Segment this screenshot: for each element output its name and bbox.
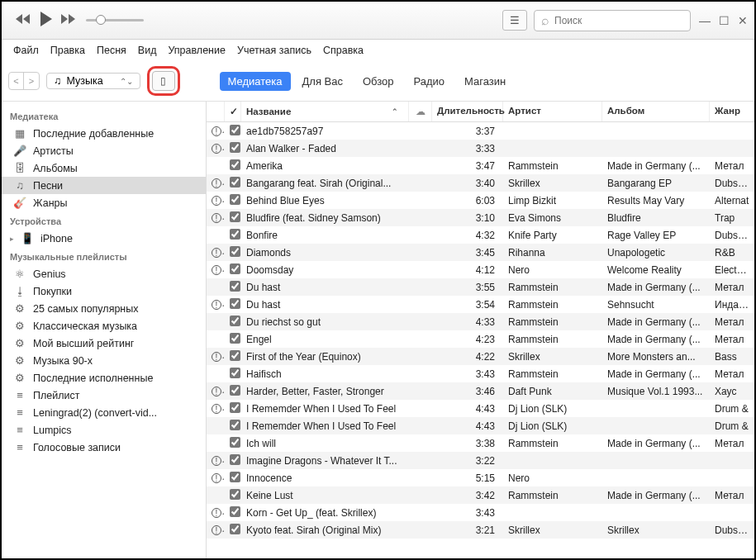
menu-вид[interactable]: Вид [133,43,162,58]
table-row[interactable]: !First of the Year (Equinox)4:22Skrillex… [207,348,754,365]
volume-slider[interactable] [86,19,144,21]
table-row[interactable]: !Diamonds3:45RihannaUnapologeticR&B [207,244,754,261]
tab-4[interactable]: Магазин [456,72,514,91]
sidebar-item[interactable]: ⚙Музыка 90-х [2,352,206,369]
row-checkbox[interactable] [225,368,241,381]
minimize-button[interactable]: — [699,14,711,27]
nav-forward-button[interactable]: > [24,73,39,89]
search-input[interactable] [554,15,683,26]
menu-файл[interactable]: Файл [8,43,44,58]
tab-1[interactable]: Для Вас [294,72,351,91]
row-checkbox[interactable] [225,246,241,259]
sidebar-item[interactable]: 🗄Альбомы [2,159,206,177]
sidebar-item[interactable]: ⚙Последние исполненные [2,369,206,387]
sidebar-item[interactable]: ≡Плейлист [2,387,206,404]
nav-back-button[interactable]: < [9,73,24,89]
table-row[interactable]: Du hast3:55RammsteinMade in Germany (...… [207,278,754,296]
table-row[interactable]: !ae1db758257a973:37 [207,122,754,140]
col-duration[interactable]: Длительность [432,102,503,121]
row-checkbox[interactable] [225,472,241,485]
sidebar-item[interactable]: ⚛Genius [2,265,206,282]
row-checkbox[interactable] [225,229,241,242]
table-row[interactable]: !Bludfire (feat. Sidney Samson)3:10Eva S… [207,209,754,226]
col-artist[interactable]: Артист [503,102,602,121]
table-row[interactable]: !Bangarang feat. Sirah (Original...3:40S… [207,174,754,192]
row-checkbox[interactable] [225,159,241,173]
table-row[interactable]: !Harder, Better, Faster, Stronger3:46Daf… [207,382,754,400]
col-cloud[interactable]: ☁ [409,102,432,121]
device-button[interactable]: ▯ [152,71,175,91]
table-row[interactable]: !Kyoto feat. Sirah (Original Mix)3:21Skr… [207,521,754,539]
sidebar-item[interactable]: ▸📱iPhone [2,230,206,247]
row-checkbox[interactable] [225,125,241,138]
row-checkbox[interactable] [225,402,241,415]
maximize-button[interactable]: ☐ [719,14,730,27]
table-row[interactable]: !Doomsday4:12NeroWelcome RealityElectron [207,261,754,278]
col-name[interactable]: Название ⌃ [241,102,409,121]
sidebar-item[interactable]: ⚙Мой высший рейтинг [2,335,206,352]
tab-0[interactable]: Медиатека [220,72,291,91]
table-row[interactable]: !Korn - Get Up_ (feat. Skrillex)3:43 [207,504,754,521]
sidebar-item[interactable]: ⚙25 самых популярных [2,300,206,317]
menu-правка[interactable]: Правка [45,43,90,58]
table-row[interactable]: !Behind Blue Eyes6:03Limp BizkitResults … [207,192,754,209]
col-genre[interactable]: Жанр [710,102,754,121]
table-row[interactable]: Keine Lust3:42RammsteinMade in Germany (… [207,486,754,504]
table-row[interactable]: I Rememder When I Used To Feel4:43Dj Lio… [207,417,754,434]
col-indicator[interactable] [207,102,225,121]
menu-управление[interactable]: Управление [163,43,231,58]
play-button[interactable] [36,10,55,31]
row-checkbox[interactable] [225,263,241,277]
menu-песня[interactable]: Песня [92,43,131,58]
tab-2[interactable]: Обзор [354,72,402,91]
row-checkbox[interactable] [225,298,241,311]
col-album[interactable]: Альбом [602,102,710,121]
library-selector[interactable]: ♫ Музыка ⌃⌄ [46,73,140,89]
row-checkbox[interactable] [225,454,241,467]
row-checkbox[interactable] [225,194,241,207]
row-checkbox[interactable] [225,142,241,155]
row-checkbox[interactable] [225,350,241,363]
menu-учетная запись[interactable]: Учетная запись [232,43,316,58]
up-next-button[interactable]: ☰ [502,10,527,31]
col-check[interactable]: ✓ [225,102,241,121]
table-row[interactable]: Du riechst so gut4:33RammsteinMade in Ge… [207,313,754,330]
row-checkbox[interactable] [225,420,241,433]
row-checkbox[interactable] [225,316,241,329]
row-checkbox[interactable] [225,281,241,294]
sidebar-item[interactable]: ≡Lumpics [2,421,206,439]
table-row[interactable]: !I Rememder When I Used To Feel4:43Dj Li… [207,400,754,417]
sidebar-item[interactable]: 🎤Артисты [2,142,206,159]
sidebar-item[interactable]: ♫Песни [2,177,206,194]
row-checkbox[interactable] [225,489,241,502]
sidebar-item[interactable]: ≡Голосовые записи [2,439,206,456]
row-checkbox[interactable] [225,506,241,520]
table-row[interactable]: Ich will3:38RammsteinMade in Germany (..… [207,434,754,452]
table-row[interactable]: !Du hast3:54RammsteinSehnsuchtИндастр [207,296,754,313]
row-checkbox[interactable] [225,524,241,537]
search-field[interactable]: ⌕ [534,10,691,31]
table-row[interactable]: !Imagine Dragons - Whatever It T...3:22 [207,452,754,469]
row-checkbox[interactable] [225,385,241,398]
sidebar-item[interactable]: ⚙Классическая музыка [2,317,206,335]
table-row[interactable]: Haifisch3:43RammsteinMade in Germany (..… [207,365,754,382]
close-button[interactable]: ✕ [738,14,748,27]
row-checkbox[interactable] [225,211,241,225]
menu-справка[interactable]: Справка [318,43,368,58]
table-row[interactable]: !Alan Walker - Faded3:33 [207,140,754,157]
prev-button[interactable] [15,13,31,28]
table-row[interactable]: Engel4:23RammsteinMade in Germany (...Ме… [207,330,754,348]
sidebar-item[interactable]: ≡Leningrad(2) (convert-vid... [2,404,206,421]
row-checkbox[interactable] [225,177,241,190]
row-checkbox[interactable] [225,333,241,346]
table-row[interactable]: !Innocence5:15Nero [207,469,754,486]
row-checkbox[interactable] [225,437,241,450]
sidebar-item[interactable]: ⭳Покупки [2,282,206,300]
sidebar-item[interactable]: ▦Последние добавленные [2,125,206,142]
next-button[interactable] [59,13,76,28]
table-row[interactable]: Amerika3:47RammsteinMade in Germany (...… [207,157,754,174]
table-row[interactable]: Bonfire4:32Knife PartyRage Valley EPDubs… [207,226,754,244]
sidebar-item[interactable]: 🎸Жанры [2,194,206,211]
tab-3[interactable]: Радио [406,72,454,91]
row-album: More Monsters an... [602,351,710,363]
